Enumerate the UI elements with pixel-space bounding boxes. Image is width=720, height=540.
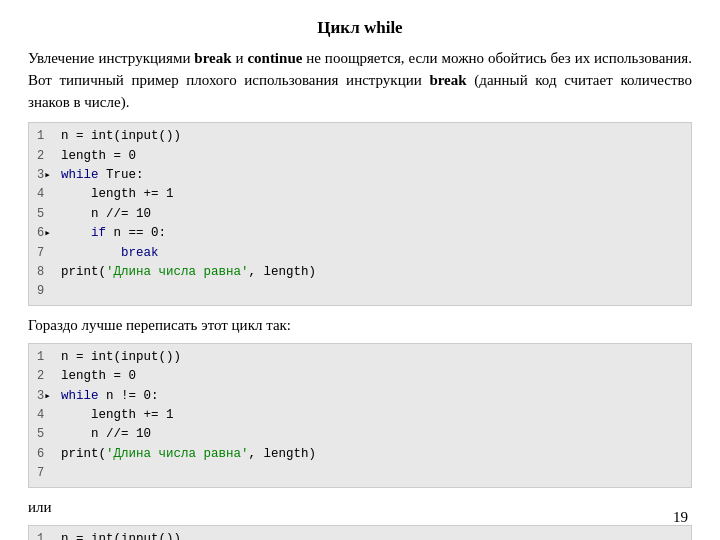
bold-continue: continue <box>247 50 306 66</box>
code-line: 2 length = 0 <box>37 147 683 166</box>
code-line: 7 <box>37 464 683 483</box>
paragraph-1: Увлечение инструкциями break и continue … <box>28 48 692 113</box>
code-block-2: 1 n = int(input()) 2 length = 0 3▸ while… <box>28 343 692 488</box>
code-line: 3▸ while True: <box>37 166 683 185</box>
page-number: 19 <box>673 509 688 526</box>
code-line: 4 length += 1 <box>37 185 683 204</box>
code-line: 5 n //= 10 <box>37 205 683 224</box>
code-line: 6 print('Длина числа равна', length) <box>37 445 683 464</box>
code-line: 1 n = int(input()) <box>37 530 683 540</box>
bold-break-2: break <box>429 72 474 88</box>
paragraph-2: Гораздо лучше переписать этот цикл так: <box>28 317 692 334</box>
code-block-1: 1 n = int(input()) 2 length = 0 3▸ while… <box>28 122 692 306</box>
code-line: 3▸ while n != 0: <box>37 387 683 406</box>
code-line: 7 break <box>37 244 683 263</box>
code-line: 8 print('Длина числа равна', length) <box>37 263 683 282</box>
page: Цикл while Увлечение инструкциями break … <box>0 0 720 540</box>
page-title: Цикл while <box>28 18 692 38</box>
bold-break-1: break <box>194 50 235 66</box>
code-line: 2 length = 0 <box>37 367 683 386</box>
para1-text2: и <box>235 50 243 66</box>
code-line: 5 n //= 10 <box>37 425 683 444</box>
code-line: 6▸ if n == 0: <box>37 224 683 243</box>
para1-text1: Увлечение инструкциями <box>28 50 190 66</box>
code-line: 1 n = int(input()) <box>37 127 683 146</box>
code-line: 9 <box>37 282 683 301</box>
code-line: 1 n = int(input()) <box>37 348 683 367</box>
code-line: 4 length += 1 <box>37 406 683 425</box>
paragraph-ili: или <box>28 499 692 516</box>
code-block-3: 1 n = int(input()) 2 print('Длина числа … <box>28 525 692 540</box>
